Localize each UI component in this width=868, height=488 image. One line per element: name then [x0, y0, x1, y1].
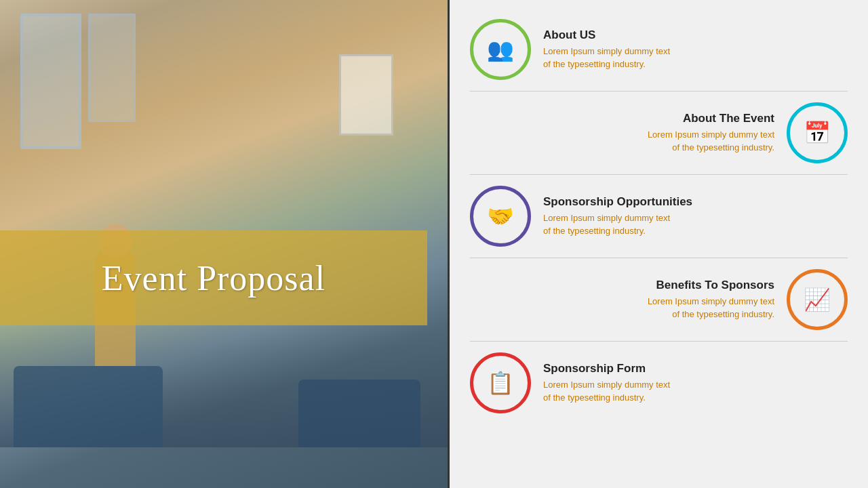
- title-banner: Event Proposal: [0, 230, 427, 325]
- section-text-benefits-to-sponsors: Benefits To SponsorsLorem Ipsum simply d…: [470, 279, 774, 321]
- icon-inner-about-us: 👥: [477, 26, 524, 73]
- icon-circle-about-event: 📅: [787, 102, 848, 163]
- section-row-about-event: 📅About The EventLorem Ipsum simply dummy…: [470, 97, 848, 169]
- section-divider: [470, 174, 848, 175]
- icon-circle-benefits-to-sponsors: 📈: [787, 269, 848, 330]
- icon-inner-benefits-to-sponsors: 📈: [793, 276, 841, 323]
- section-desc-about-event: Lorem Ipsum simply dummy textof the type…: [470, 128, 774, 155]
- section-divider: [470, 91, 848, 92]
- section-text-sponsorship-form: Sponsorship FormLorem Ipsum simply dummy…: [543, 362, 848, 405]
- icon-circle-about-us: 👥: [470, 19, 531, 80]
- icon-circle-sponsorship-opportunities: 🤝: [470, 186, 531, 247]
- icon-about-us: 👥: [487, 39, 514, 60]
- icon-about-event: 📅: [804, 122, 831, 144]
- section-divider: [470, 258, 848, 258]
- icon-inner-sponsorship-opportunities: 🤝: [477, 192, 524, 240]
- section-row-sponsorship-opportunities: 🤝Sponsorship OpportunitiesLorem Ipsum si…: [470, 180, 848, 252]
- icon-sponsorship-opportunities: 🤝: [487, 205, 514, 227]
- icon-inner-about-event: 📅: [793, 109, 841, 157]
- left-panel: Event Proposal: [0, 0, 448, 488]
- section-desc-benefits-to-sponsors: Lorem Ipsum simply dummy textof the type…: [470, 295, 774, 321]
- section-title-about-event: About The Event: [470, 112, 774, 125]
- section-row-about-us: 👥About USLorem Ipsum simply dummy textof…: [470, 14, 848, 85]
- section-text-about-us: About USLorem Ipsum simply dummy textof …: [543, 28, 848, 71]
- right-panel: 👥About USLorem Ipsum simply dummy textof…: [448, 0, 868, 488]
- section-desc-sponsorship-opportunities: Lorem Ipsum simply dummy textof the type…: [543, 211, 848, 238]
- section-divider: [470, 341, 848, 342]
- section-desc-sponsorship-form: Lorem Ipsum simply dummy textof the type…: [543, 378, 848, 405]
- icon-benefits-to-sponsors: 📈: [804, 289, 831, 310]
- section-title-benefits-to-sponsors: Benefits To Sponsors: [470, 279, 774, 292]
- icon-inner-sponsorship-form: 📋: [477, 359, 524, 407]
- section-desc-about-us: Lorem Ipsum simply dummy textof the type…: [543, 45, 848, 71]
- main-title: Event Proposal: [102, 258, 326, 298]
- section-title-sponsorship-form: Sponsorship Form: [543, 362, 848, 375]
- section-row-benefits-to-sponsors: 📈Benefits To SponsorsLorem Ipsum simply …: [470, 264, 848, 336]
- icon-sponsorship-form: 📋: [487, 372, 514, 394]
- section-text-sponsorship-opportunities: Sponsorship OpportunitiesLorem Ipsum sim…: [543, 195, 848, 238]
- icon-circle-sponsorship-form: 📋: [470, 352, 531, 413]
- section-title-about-us: About US: [543, 28, 848, 42]
- section-row-sponsorship-form: 📋Sponsorship FormLorem Ipsum simply dumm…: [470, 347, 848, 419]
- section-text-about-event: About The EventLorem Ipsum simply dummy …: [470, 112, 774, 155]
- section-title-sponsorship-opportunities: Sponsorship Opportunities: [543, 195, 848, 209]
